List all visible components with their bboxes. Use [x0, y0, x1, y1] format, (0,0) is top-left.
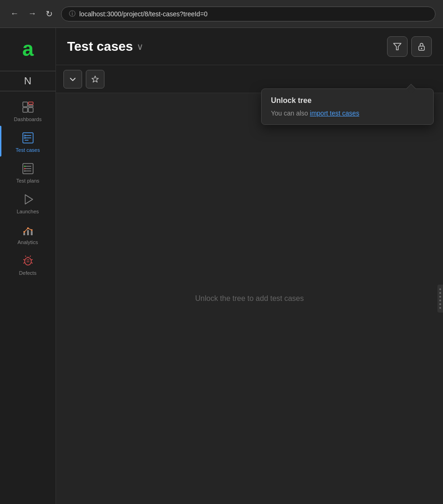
- sidebar-item-test-plans[interactable]: Test plans: [0, 157, 55, 187]
- svg-point-18: [24, 168, 25, 170]
- filter-icon: [393, 42, 402, 51]
- svg-line-32: [31, 259, 33, 260]
- svg-line-34: [31, 263, 33, 263]
- unlock-popup: Unlock tree You can also import test cas…: [261, 89, 434, 125]
- browser-chrome: ← → ↻ ⓘ localhost:3000/project/8/test-ca…: [0, 0, 443, 28]
- svg-marker-40: [92, 76, 98, 82]
- chevron-down-icon: [69, 75, 76, 83]
- dashboards-label: Dashboards: [14, 116, 42, 122]
- sidebar-item-launches[interactable]: Launches: [0, 187, 55, 218]
- svg-rect-6: [28, 108, 33, 112]
- edge-dot-6: [439, 307, 441, 309]
- svg-line-28: [25, 256, 26, 257]
- right-edge-handle[interactable]: [437, 285, 443, 313]
- filter-button[interactable]: [387, 36, 408, 57]
- svg-marker-20: [25, 195, 33, 204]
- svg-marker-37: [394, 43, 401, 50]
- favorite-button[interactable]: [86, 70, 104, 89]
- svg-point-19: [24, 170, 25, 172]
- svg-rect-2: [23, 102, 28, 107]
- svg-point-17: [24, 166, 25, 167]
- svg-rect-24: [23, 233, 25, 235]
- unlock-popup-title: Unlock tree: [271, 96, 424, 105]
- launches-label: Launches: [17, 209, 39, 214]
- info-icon: ⓘ: [69, 10, 76, 18]
- launches-icon: [21, 192, 35, 207]
- defects-label: Defects: [19, 270, 36, 276]
- edge-dot-5: [439, 303, 441, 305]
- expand-button[interactable]: [63, 70, 82, 89]
- page-title-area: Test cases ∨: [67, 39, 144, 54]
- edge-dot-4: [439, 300, 441, 301]
- sidebar-item-test-cases[interactable]: Test cases: [0, 126, 55, 157]
- svg-rect-3: [28, 102, 33, 104]
- reload-button[interactable]: ↻: [43, 7, 55, 21]
- svg-text:a: a: [22, 37, 34, 60]
- sidebar: a N Dashboards: [0, 28, 56, 504]
- browser-nav-buttons: ← → ↻: [7, 7, 55, 21]
- svg-line-29: [30, 256, 31, 257]
- dashboards-icon: [21, 100, 35, 115]
- main-header: Test cases ∨: [56, 28, 443, 65]
- sidebar-item-defects[interactable]: Defects: [0, 249, 55, 279]
- main-content: Test cases ∨: [56, 28, 443, 504]
- sidebar-item-dashboards[interactable]: Dashboards: [0, 95, 55, 126]
- test-cases-label: Test cases: [16, 147, 40, 153]
- svg-rect-5: [23, 108, 28, 112]
- lock-icon: [417, 42, 426, 51]
- app-logo: a: [13, 35, 43, 65]
- empty-state-message: Unlock the tree to add test cases: [195, 294, 304, 303]
- unlock-popup-subtitle: You can also import test cases: [271, 109, 424, 117]
- test-plans-label: Test plans: [16, 178, 40, 184]
- svg-rect-11: [24, 135, 26, 136]
- svg-line-33: [23, 263, 25, 263]
- back-button[interactable]: ←: [7, 7, 21, 20]
- title-dropdown-chevron[interactable]: ∨: [137, 41, 144, 52]
- lock-button[interactable]: [411, 36, 432, 57]
- app-container: a N Dashboards: [0, 28, 443, 504]
- content-area: Unlock the tree to add test cases Unlock…: [56, 93, 443, 504]
- unlock-subtitle-text: You can also: [271, 109, 310, 117]
- edge-dot-1: [439, 288, 441, 290]
- svg-rect-25: [27, 230, 29, 235]
- svg-rect-4: [28, 105, 33, 107]
- sidebar-item-analytics[interactable]: Analytics: [0, 218, 55, 249]
- address-bar[interactable]: ⓘ localhost:3000/project/8/test-cases?tr…: [61, 7, 436, 21]
- analytics-icon: [21, 223, 35, 238]
- edge-dot-2: [439, 292, 441, 294]
- analytics-label: Analytics: [17, 239, 38, 245]
- test-cases-icon: [21, 130, 35, 145]
- svg-point-39: [421, 48, 422, 49]
- svg-line-31: [23, 259, 25, 260]
- forward-button[interactable]: →: [25, 7, 39, 20]
- star-icon: [91, 75, 99, 83]
- import-test-cases-link[interactable]: import test cases: [310, 109, 360, 117]
- project-initial[interactable]: N: [0, 71, 55, 91]
- svg-rect-26: [31, 231, 33, 235]
- defects-icon: [21, 253, 35, 268]
- svg-point-27: [25, 258, 31, 265]
- url-text: localhost:3000/project/8/test-cases?tree…: [79, 10, 208, 18]
- page-title: Test cases: [67, 39, 133, 54]
- edge-dot-3: [439, 296, 441, 298]
- svg-rect-12: [24, 137, 26, 139]
- test-plans-icon: [21, 161, 35, 176]
- header-actions: [387, 36, 432, 57]
- logo-area[interactable]: a: [9, 32, 47, 69]
